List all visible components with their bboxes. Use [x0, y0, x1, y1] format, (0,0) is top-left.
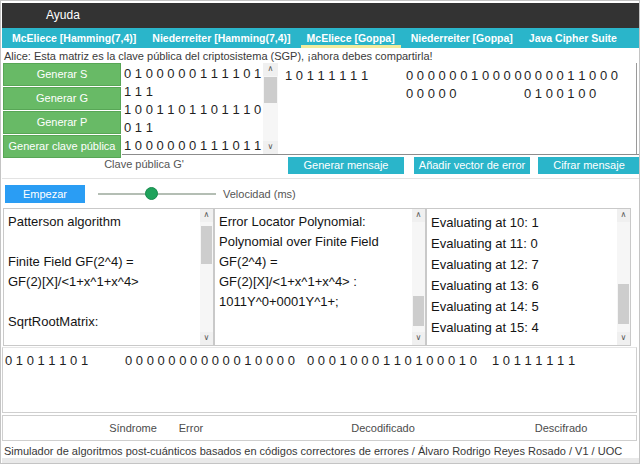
error-locator-panel-text[interactable]: Error Locator Polynomial: Polynomial ove…: [219, 212, 410, 343]
error-label: Error: [141, 422, 241, 434]
generate-p-button[interactable]: Generar P: [3, 111, 121, 134]
fields-underline: [122, 154, 639, 155]
start-button[interactable]: Empezar: [5, 185, 85, 203]
window-bottom-edge: [2, 458, 639, 464]
message-vector[interactable]: 1 0 1 1 1 1 1 1: [285, 67, 368, 85]
error-locator-scrollbar[interactable]: ∧ ∨: [412, 209, 425, 345]
error-locator-panel: Error Locator Polynomial: Polynomial ove…: [214, 208, 426, 346]
generate-message-button[interactable]: Generar mensaje: [288, 157, 404, 174]
scroll-down-icon[interactable]: ∨: [412, 332, 425, 345]
scrollbar-track[interactable]: [412, 222, 425, 332]
menu-ayuda[interactable]: Ayuda: [46, 3, 80, 28]
generate-s-button[interactable]: Generar S: [3, 63, 121, 86]
tab-bar: McEliece [Hamming(7,4)] Niederreiter [Ha…: [2, 28, 639, 48]
decrypted-value[interactable]: 1 0 1 1 1 1 1 1: [492, 353, 575, 368]
scroll-down-icon[interactable]: ∨: [200, 332, 213, 345]
tab-niederreiter-goppa[interactable]: Niederreiter [Goppa]: [403, 28, 521, 48]
generate-public-key-button[interactable]: Generar clave pública: [3, 135, 121, 158]
scrollbar-thumb[interactable]: [201, 226, 212, 264]
tab-niederreiter-hamming[interactable]: Niederreiter [Hamming(7,4)]: [144, 28, 298, 48]
patterson-scrollbar[interactable]: ∧ ∨: [200, 209, 213, 345]
tab-mceliece-goppa[interactable]: McEliece [Goppa]: [299, 28, 403, 48]
scrollbar-thumb[interactable]: [264, 77, 277, 103]
results-box: 0 1 0 1 1 1 0 1 0 0 0 0 0 0 0 0 0 0 0 1 …: [2, 347, 637, 413]
scroll-up-icon[interactable]: ∧: [412, 209, 425, 222]
tab-java-cipher-suite[interactable]: Java Cipher Suite: [521, 28, 625, 48]
alice-status-text: Alice: Esta matriz es la clave pública d…: [4, 50, 433, 62]
evaluation-panel: Evaluating at 10: 1 Evaluating at 11: 0 …: [426, 208, 631, 346]
sindrome-value[interactable]: 0 1 0 1 1 1 0 1: [5, 353, 88, 368]
scroll-up-icon[interactable]: ∧: [263, 63, 278, 76]
generate-g-button[interactable]: Generar G: [3, 87, 121, 110]
scroll-down-icon[interactable]: ∨: [263, 141, 278, 154]
public-key-matrix-text[interactable]: 0 1 0 0 0 0 0 1 1 1 1 0 1 1 1 1 1 0 0 1 …: [124, 65, 263, 152]
scroll-down-icon[interactable]: ∨: [617, 332, 630, 345]
public-key-label: Clave pública G': [84, 158, 204, 170]
footer-credits: Simulador de algoritmos post-cuánticos b…: [4, 445, 622, 457]
section-divider: [2, 178, 639, 179]
evaluation-scrollbar[interactable]: ∧ ∨: [617, 209, 630, 345]
evaluation-panel-text[interactable]: Evaluating at 10: 1 Evaluating at 11: 0 …: [431, 212, 615, 343]
patterson-panel: Patterson algorithm Finite Field GF(2^4)…: [3, 208, 214, 346]
scrollbar-track[interactable]: [617, 222, 630, 332]
add-error-vector-button[interactable]: Añadir vector de error: [414, 157, 530, 174]
scroll-up-icon[interactable]: ∧: [200, 209, 213, 222]
speed-slider[interactable]: [98, 187, 216, 201]
tab-mceliece-hamming[interactable]: McEliece [Hamming(7,4)]: [4, 28, 144, 48]
scrollbar-track[interactable]: [263, 76, 278, 141]
menu-bar: Ayuda: [2, 3, 639, 28]
error-value[interactable]: 0 0 0 0 0 0 0 0 0 0 0 1 0 0 0 0: [125, 353, 295, 368]
ciphertext-vector[interactable]: 0 0 0 0 1 1 0 0 0 0 1 0 0 1 0 0: [524, 67, 636, 103]
patterson-panel-text[interactable]: Patterson algorithm Finite Field GF(2^4)…: [8, 212, 198, 343]
decrypted-label: Descifrado: [511, 422, 611, 434]
scroll-up-icon[interactable]: ∧: [617, 209, 630, 222]
speed-label: Velocidad (ms): [223, 188, 296, 200]
decoded-value[interactable]: 0 0 0 1 0 0 0 1 1 0 1 0 0 0 1 0: [307, 353, 477, 368]
public-key-matrix-area: 0 1 0 0 0 0 0 1 1 1 1 0 1 1 1 1 1 0 0 1 …: [122, 63, 278, 154]
result-labels-box: Síndrome Error Decodificado Descifrado: [2, 415, 637, 441]
scrollbar-track[interactable]: [200, 222, 213, 332]
field-edge-divider: [636, 63, 637, 154]
decoded-label: Decodificado: [323, 422, 443, 434]
matrix-scrollbar[interactable]: ∧ ∨: [263, 63, 278, 154]
slider-thumb[interactable]: [145, 187, 158, 200]
application-window: Ayuda McEliece [Hamming(7,4)] Niederreit…: [0, 0, 640, 464]
encrypt-message-button[interactable]: Cifrar mensaje: [538, 157, 640, 174]
scrollbar-thumb[interactable]: [618, 284, 629, 324]
scrollbar-thumb[interactable]: [413, 296, 424, 326]
